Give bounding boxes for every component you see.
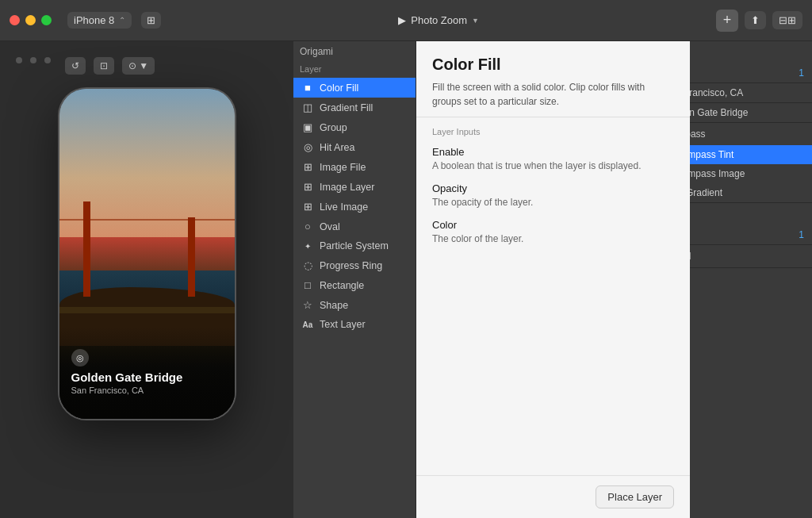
input-enable-desc: A boolean that is true when the layer is… — [432, 159, 674, 173]
layer-item-label: Image File — [320, 162, 366, 173]
layer-item-label: Gradient Fill — [320, 102, 373, 113]
input-color-name: Color — [432, 219, 674, 231]
iphone-frame: ◎ Golden Gate Bridge San Francisco, CA — [58, 87, 236, 420]
compass-icon: ◎ — [71, 349, 89, 366]
input-opacity: Opacity The opacity of the layer. — [416, 178, 690, 214]
input-opacity-desc: The opacity of the layer. — [432, 196, 674, 209]
detail-description: Fill the screen with a solid color. Clip… — [432, 80, 674, 109]
layer-item-particle-system[interactable]: ✦ Particle System — [293, 236, 416, 255]
layer-item-progress-ring[interactable]: ◌ Progress Ring — [293, 255, 416, 275]
layer-item-label: Shape — [320, 300, 348, 311]
input-opacity-name: Opacity — [432, 182, 674, 194]
title-right: + ⬆ ⊟⊞ — [716, 10, 802, 32]
origami-label: Origami — [293, 41, 416, 62]
gradient-label: Gradient — [686, 187, 804, 198]
layer-item-label: Progress Ring — [320, 260, 382, 271]
layers-panel: Origami Layer ■ Color Fill ◫ Gradient Fi… — [293, 41, 416, 518]
layer-item-label: Image Layer — [320, 182, 374, 193]
center-title: Photo Zoom — [411, 14, 467, 26]
input-color: Color The color of the layer. — [416, 214, 690, 251]
device-panel: ↺ ⊡ ⊙ ▼ — [0, 41, 293, 518]
detail-title: Color Fill — [432, 56, 674, 74]
share-button[interactable]: ⬆ — [745, 11, 766, 29]
view-toggle-button[interactable]: ⊞ — [141, 12, 161, 29]
image-layer-icon: ⊞ — [301, 181, 314, 193]
layer-item-label: Hit Area — [320, 142, 354, 153]
minimize-button[interactable] — [25, 15, 36, 25]
traffic-lights — [10, 15, 52, 25]
layer-item-gradient-fill[interactable]: ◫ Gradient Fill — [293, 98, 416, 117]
layer-item-group[interactable]: ▣ Group — [293, 117, 416, 137]
record-button[interactable]: ⊡ — [94, 57, 114, 75]
layer-item-image-layer[interactable]: ⊞ Image Layer — [293, 177, 416, 197]
device-toolbar: ↺ ⊡ ⊙ ▼ — [16, 57, 155, 75]
layer-item-label: Particle System — [320, 240, 389, 251]
layer-item-live-image[interactable]: ⊞ Live Image — [293, 197, 416, 217]
color-fill-icon: ■ — [301, 82, 314, 94]
location-sub: San Francisco, CA — [71, 386, 223, 395]
input-enable-name: Enable — [432, 146, 674, 158]
add-button[interactable]: + — [716, 10, 738, 32]
detail-panel: Color Fill Fill the screen with a solid … — [416, 41, 690, 518]
maximize-button[interactable] — [41, 15, 52, 25]
input-color-desc: The color of the layer. — [432, 232, 674, 246]
opacity-value: 1 — [799, 67, 804, 79]
location-name: Golden Gate Bridge — [71, 370, 223, 384]
group-icon: ▣ — [301, 121, 314, 133]
place-layer-button[interactable]: Place Layer — [596, 485, 674, 508]
layers-overlay: Origami Layer ■ Color Fill ◫ Gradient Fi… — [293, 41, 690, 518]
rectangle-icon: □ — [301, 279, 314, 291]
layer-item-hit-area[interactable]: ◎ Hit Area — [293, 137, 416, 157]
close-button[interactable] — [10, 15, 20, 25]
device-selector[interactable]: iPhone 8 ⌃ — [67, 12, 132, 29]
settings-button[interactable]: ⊙ ▼ — [122, 57, 155, 75]
layer-item-label: Oval — [320, 221, 340, 232]
layer-item-oval[interactable]: ○ Oval — [293, 217, 416, 236]
title-bar: iPhone 8 ⌃ ⊞ ▶ Photo Zoom ▼ + ⬆ ⊟⊞ — [0, 0, 812, 41]
view-options-button[interactable]: ⊟⊞ — [772, 11, 802, 29]
image-file-icon: ⊞ — [301, 161, 314, 173]
location-info: ◎ Golden Gate Bridge San Francisco, CA — [71, 349, 223, 395]
detail-header: Color Fill Fill the screen with a solid … — [416, 41, 690, 117]
progress-ring-icon: ◌ — [301, 259, 314, 271]
layer-item-label: Group — [320, 122, 347, 133]
input-enable: Enable A boolean that is true when the l… — [416, 141, 690, 178]
oval-icon: ○ — [301, 221, 314, 232]
live-image-icon: ⊞ — [301, 201, 314, 213]
layer-item-rectangle[interactable]: □ Rectangle — [293, 275, 416, 295]
text-layer-icon: Aa — [301, 320, 314, 329]
layer-item-label: Text Layer — [320, 319, 366, 330]
layer-item-label: Rectangle — [320, 280, 364, 291]
layer-item-image-file[interactable]: ⊞ Image File — [293, 157, 416, 177]
layer-item-label: Color Fill — [320, 82, 358, 94]
compass-tint-label: Compass Tint — [676, 149, 804, 160]
shape-icon: ☆ — [301, 299, 314, 311]
hit-area-icon: ◎ — [301, 141, 314, 153]
layer-item-color-fill[interactable]: ■ Color Fill — [293, 78, 416, 98]
view-toggle-icon: ⊞ — [147, 14, 155, 26]
detail-footer: Place Layer — [416, 475, 690, 518]
arrow-icon: ▶ — [398, 14, 406, 26]
layer-item-text-layer[interactable]: Aa Text Layer — [293, 315, 416, 334]
gradient-fill-icon: ◫ — [301, 102, 314, 113]
layer-section-label: Layer — [293, 62, 416, 78]
layer-item-shape[interactable]: ☆ Shape — [293, 295, 416, 315]
inputs-section-label: Layer Inputs — [416, 117, 690, 141]
device-label: iPhone 8 — [74, 14, 114, 26]
share-icon: ⬆ — [751, 14, 760, 26]
dropdown-arrow-icon: ▼ — [472, 17, 479, 25]
refresh-button[interactable]: ↺ — [65, 57, 86, 75]
main-area: ↺ ⊡ ⊙ ▼ — [0, 41, 812, 518]
compass-image-label: Compass Image — [676, 168, 804, 179]
chevron-down-icon: ⌃ — [119, 16, 125, 25]
scale-value: 1 — [799, 229, 804, 240]
view-options-icon: ⊟⊞ — [779, 14, 796, 26]
title-center: ▶ Photo Zoom ▼ — [170, 14, 707, 26]
particle-icon: ✦ — [301, 242, 314, 251]
layer-item-label: Live Image — [320, 201, 368, 213]
